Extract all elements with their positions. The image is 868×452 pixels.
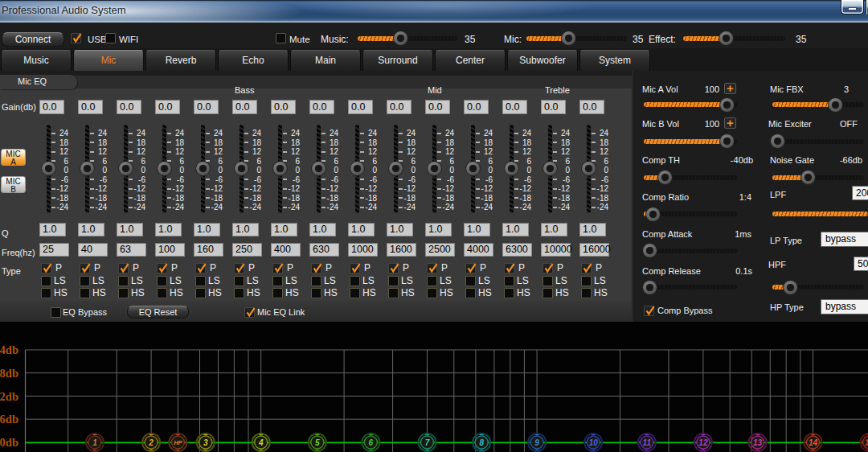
svg-text:10: 10 [589, 438, 599, 447]
svg-text:9: 9 [534, 438, 539, 447]
svg-text:13: 13 [753, 438, 763, 447]
svg-text:6: 6 [369, 438, 374, 447]
svg-text:3: 3 [203, 438, 208, 447]
svg-text:11: 11 [643, 438, 652, 447]
svg-text:15: 15 [865, 438, 868, 447]
svg-text:12db: 12db [0, 390, 18, 403]
svg-text:2: 2 [148, 438, 154, 447]
svg-text:HP: HP [174, 439, 182, 446]
svg-text:18db: 18db [0, 367, 18, 380]
svg-text:14: 14 [809, 438, 818, 447]
svg-text:0db: 0db [0, 436, 18, 449]
svg-text:6db: 6db [0, 413, 18, 425]
svg-text:24db: 24db [0, 343, 18, 356]
svg-text:1: 1 [92, 438, 97, 447]
svg-text:7: 7 [425, 438, 430, 447]
svg-text:8: 8 [479, 438, 484, 447]
svg-text:12: 12 [698, 438, 708, 447]
svg-text:5: 5 [315, 438, 320, 447]
svg-text:4: 4 [258, 438, 264, 447]
